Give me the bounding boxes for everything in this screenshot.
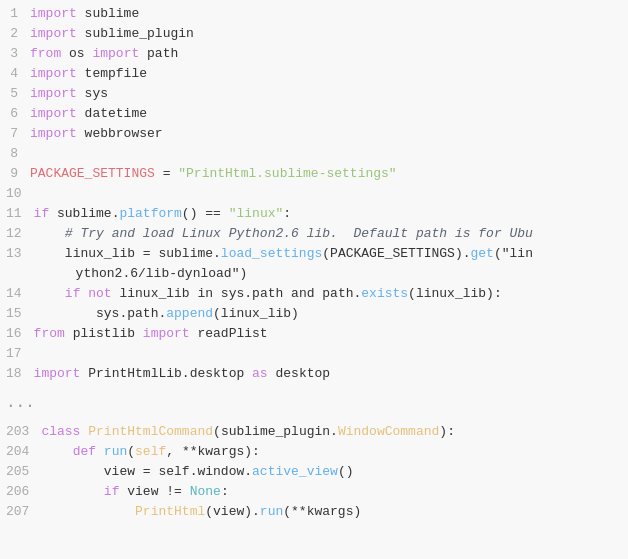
table-row: 12 # Try and load Linux Python2.6 lib. D… (0, 224, 628, 244)
line-number: 2 (0, 24, 30, 44)
line-content: if sublime.platform() == "linux": (34, 204, 628, 224)
line-number: 207 (0, 502, 41, 522)
table-row: 1import sublime (0, 4, 628, 24)
table-row: 11if sublime.platform() == "linux": (0, 204, 628, 224)
line-number: 9 (0, 164, 30, 184)
line-content: import sublime_plugin (30, 24, 628, 44)
line-content: view = self.window.active_view() (41, 462, 628, 482)
line-number: 18 (0, 364, 34, 384)
line-number: 7 (0, 124, 30, 144)
line-content: def run(self, **kwargs): (41, 442, 628, 462)
line-content: if not linux_lib in sys.path and path.ex… (34, 284, 628, 304)
line-number: 4 (0, 64, 30, 84)
line-number: 3 (0, 44, 30, 64)
line-number: 12 (0, 224, 34, 244)
table-row: 203class PrintHtmlCommand(sublime_plugin… (0, 422, 628, 442)
line-number: 10 (0, 184, 34, 204)
table-row: 207 PrintHtml(view).run(**kwargs) (0, 502, 628, 522)
line-number: 13 (0, 244, 34, 264)
line-content: class PrintHtmlCommand(sublime_plugin.Wi… (41, 422, 628, 442)
line-number: 6 (0, 104, 30, 124)
line-content: linux_lib = sublime.load_settings(PACKAG… (34, 244, 628, 264)
code-block-bottom: 203class PrintHtmlCommand(sublime_plugin… (0, 418, 628, 526)
line-number: 205 (0, 462, 41, 482)
table-row: 204 def run(self, **kwargs): (0, 442, 628, 462)
code-block-top: 1import sublime2import sublime_plugin3fr… (0, 0, 628, 388)
table-row: 2import sublime_plugin (0, 24, 628, 44)
table-row: 13 linux_lib = sublime.load_settings(PAC… (0, 244, 628, 284)
table-row: 15 sys.path.append(linux_lib) (0, 304, 628, 324)
line-number: 204 (0, 442, 41, 462)
line-content: from plistlib import readPlist (34, 324, 628, 344)
line-number: 17 (0, 344, 34, 364)
line-content: import webbrowser (30, 124, 628, 144)
line-content: import sublime (30, 4, 628, 24)
line-content: import sys (30, 84, 628, 104)
ellipsis: ... (0, 388, 628, 418)
table-row: 16from plistlib import readPlist (0, 324, 628, 344)
line-content: from os import path (30, 44, 628, 64)
line-number: 1 (0, 4, 30, 24)
line-number: 11 (0, 204, 34, 224)
line-number: 206 (0, 482, 41, 502)
table-row: 5import sys (0, 84, 628, 104)
table-row: 3from os import path (0, 44, 628, 64)
line-number: 15 (0, 304, 34, 324)
line-number: 16 (0, 324, 34, 344)
line-content: import PrintHtmlLib.desktop as desktop (34, 364, 628, 384)
table-row: 6import datetime (0, 104, 628, 124)
table-row: 17 (0, 344, 628, 364)
table-row: 8 (0, 144, 628, 164)
table-row: 10 (0, 184, 628, 204)
table-row: 18import PrintHtmlLib.desktop as desktop (0, 364, 628, 384)
line-continuation: ython2.6/lib-dynload") (34, 264, 628, 284)
line-number: 5 (0, 84, 30, 104)
line-number: 14 (0, 284, 34, 304)
line-content: import tempfile (30, 64, 628, 84)
table-row: 4import tempfile (0, 64, 628, 84)
table-row: 14 if not linux_lib in sys.path and path… (0, 284, 628, 304)
line-content: # Try and load Linux Python2.6 lib. Defa… (34, 224, 628, 244)
line-content: import datetime (30, 104, 628, 124)
code-container: 1import sublime2import sublime_plugin3fr… (0, 0, 628, 559)
table-row: 7import webbrowser (0, 124, 628, 144)
line-content: PACKAGE_SETTINGS = "PrintHtml.sublime-se… (30, 164, 628, 184)
table-row: 205 view = self.window.active_view() (0, 462, 628, 482)
line-content: sys.path.append(linux_lib) (34, 304, 628, 324)
line-content: PrintHtml(view).run(**kwargs) (41, 502, 628, 522)
line-number: 8 (0, 144, 30, 164)
table-row: 206 if view != None: (0, 482, 628, 502)
table-row: 9PACKAGE_SETTINGS = "PrintHtml.sublime-s… (0, 164, 628, 184)
line-content: if view != None: (41, 482, 628, 502)
line-number: 203 (0, 422, 41, 442)
